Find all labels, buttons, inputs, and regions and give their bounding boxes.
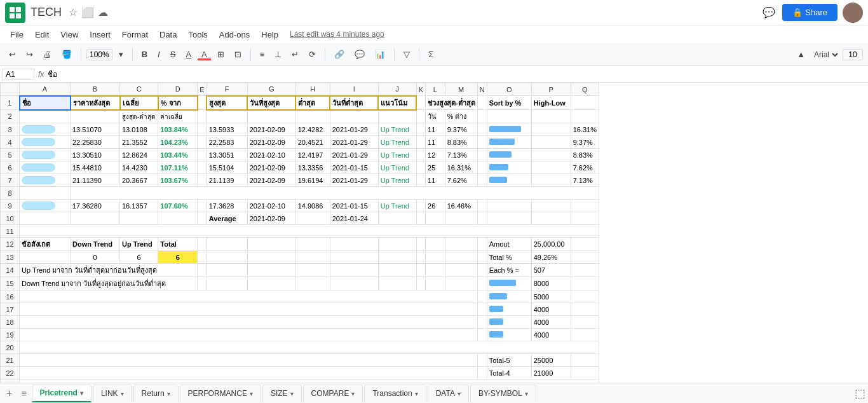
- border-btn[interactable]: ⊞: [214, 48, 228, 60]
- cell-P4[interactable]: [531, 136, 571, 149]
- cell-Q10[interactable]: [571, 212, 599, 225]
- cell-M4[interactable]: 8.83%: [445, 136, 477, 149]
- avatar[interactable]: [843, 3, 863, 23]
- function-btn[interactable]: Σ: [424, 48, 437, 60]
- cell-B9[interactable]: 17.36280: [71, 200, 120, 212]
- valign-btn[interactable]: ⊥: [271, 48, 285, 60]
- cell-F3[interactable]: 13.5933: [207, 123, 247, 136]
- cell-H14[interactable]: [295, 264, 330, 277]
- cell-P3[interactable]: [531, 123, 571, 136]
- cell-L1[interactable]: ช่วงสูงสุด-ต่ำสุด: [426, 96, 478, 110]
- link-btn[interactable]: 🔗: [330, 48, 348, 60]
- cell-L9[interactable]: 26: [426, 200, 445, 212]
- col-header-M[interactable]: M: [445, 83, 477, 96]
- cell-I1[interactable]: วันที่ต่ำสุด: [330, 96, 378, 110]
- cell-A10[interactable]: [20, 212, 71, 225]
- merge-btn[interactable]: ⊡: [231, 48, 245, 60]
- cell-J13[interactable]: [378, 251, 416, 264]
- cell-I10[interactable]: 2021-01-24: [330, 212, 378, 225]
- cell-O9[interactable]: [487, 200, 531, 212]
- cell-B12[interactable]: Down Trend: [71, 238, 120, 251]
- cell-A5[interactable]: [20, 149, 71, 161]
- cell-J3[interactable]: Up Trend: [378, 123, 416, 136]
- redo-btn[interactable]: ↪: [22, 48, 37, 60]
- cell-J15[interactable]: [378, 277, 416, 290]
- cell-P12[interactable]: 25,000.00: [531, 238, 571, 251]
- cell-L15[interactable]: [426, 277, 445, 290]
- tab-transaction-arrow[interactable]: ▾: [415, 390, 418, 397]
- cell-F6[interactable]: 15.5104: [207, 161, 247, 174]
- undo-btn[interactable]: ↩: [5, 48, 20, 60]
- cell-O16[interactable]: [487, 290, 531, 303]
- cell-G7[interactable]: 2021-02-09: [247, 174, 295, 187]
- formula-input[interactable]: [48, 70, 865, 79]
- cell-M7[interactable]: 7.62%: [445, 174, 477, 187]
- cell-B13[interactable]: 0: [71, 251, 120, 264]
- cell-L4[interactable]: 11: [426, 136, 445, 149]
- cell-M12[interactable]: [445, 238, 477, 251]
- menu-file[interactable]: File: [5, 29, 29, 41]
- cell-M5[interactable]: 7.13%: [445, 149, 477, 161]
- cell-D10[interactable]: [158, 212, 198, 225]
- cell-C7[interactable]: 20.3667: [120, 174, 158, 187]
- chart-btn[interactable]: 📊: [371, 48, 389, 60]
- col-header-N[interactable]: N: [477, 83, 487, 96]
- cell-reference[interactable]: [3, 69, 34, 80]
- menu-view[interactable]: View: [55, 29, 83, 41]
- cell-P16[interactable]: 5000: [531, 290, 571, 303]
- cell-I15[interactable]: [330, 277, 378, 290]
- strikethrough-btn[interactable]: S: [166, 48, 180, 60]
- cell-A4[interactable]: [20, 136, 71, 149]
- cell-P7[interactable]: [531, 174, 571, 187]
- cell-A7[interactable]: [20, 174, 71, 187]
- cell-F13[interactable]: [207, 251, 247, 264]
- cell-B5[interactable]: 13.30510: [71, 149, 120, 161]
- col-header-C[interactable]: C: [120, 83, 158, 96]
- cell-A2[interactable]: [20, 110, 71, 123]
- menu-insert[interactable]: Insert: [85, 29, 116, 41]
- cell-O18[interactable]: [487, 316, 531, 329]
- cell-I14[interactable]: [330, 264, 378, 277]
- cell-O19[interactable]: [487, 329, 531, 341]
- cell-O3[interactable]: [487, 123, 531, 136]
- cell-G1[interactable]: วันที่สูงสุด: [247, 96, 295, 110]
- tab-by-symbol[interactable]: BY-SYMBOL ▾: [470, 385, 536, 402]
- cell-D3[interactable]: 103.84%: [158, 123, 198, 136]
- cloud-icon[interactable]: ☁: [98, 6, 108, 18]
- cell-P2[interactable]: [531, 110, 571, 123]
- cell-L7[interactable]: 11: [426, 174, 445, 187]
- cell-A9[interactable]: [20, 200, 71, 212]
- cell-H4[interactable]: 20.4521: [295, 136, 330, 149]
- cell-D1[interactable]: % จาก: [158, 96, 198, 110]
- cell-D7[interactable]: 103.67%: [158, 174, 198, 187]
- tab-size[interactable]: SIZE ▾: [262, 385, 302, 402]
- cell-P10[interactable]: [531, 212, 571, 225]
- col-header-H[interactable]: H: [295, 83, 330, 96]
- cell-C3[interactable]: 13.0108: [120, 123, 158, 136]
- cell-L12[interactable]: [426, 238, 445, 251]
- italic-btn[interactable]: I: [154, 48, 164, 60]
- col-header-A[interactable]: A: [20, 83, 71, 96]
- col-header-F[interactable]: F: [207, 83, 247, 96]
- cell-J4[interactable]: Up Trend: [378, 136, 416, 149]
- cell-J6[interactable]: Up Trend: [378, 161, 416, 174]
- cell-D5[interactable]: 103.44%: [158, 149, 198, 161]
- fill-color-btn[interactable]: A: [198, 48, 211, 60]
- cell-M9[interactable]: 16.46%: [445, 200, 477, 212]
- font-select[interactable]: Arial: [811, 50, 840, 60]
- cell-L5[interactable]: 12: [426, 149, 445, 161]
- cell-L2[interactable]: วัน: [426, 110, 445, 123]
- cell-J9[interactable]: Up Trend: [378, 200, 416, 212]
- cell-C5[interactable]: 12.8624: [120, 149, 158, 161]
- cell-P15[interactable]: 8000: [531, 277, 571, 290]
- cell-F5[interactable]: 13.3051: [207, 149, 247, 161]
- comment-icon[interactable]: 💬: [763, 6, 775, 18]
- paint-format-btn[interactable]: 🪣: [58, 48, 76, 60]
- cell-J10[interactable]: [378, 212, 416, 225]
- col-header-I[interactable]: I: [330, 83, 378, 96]
- cell-Q5[interactable]: 8.83%: [571, 149, 599, 161]
- cell-O14[interactable]: Each % =: [487, 264, 531, 277]
- menu-tools[interactable]: Tools: [183, 29, 212, 41]
- underline-btn[interactable]: A: [182, 48, 195, 60]
- tab-data[interactable]: DATA ▾: [428, 385, 469, 402]
